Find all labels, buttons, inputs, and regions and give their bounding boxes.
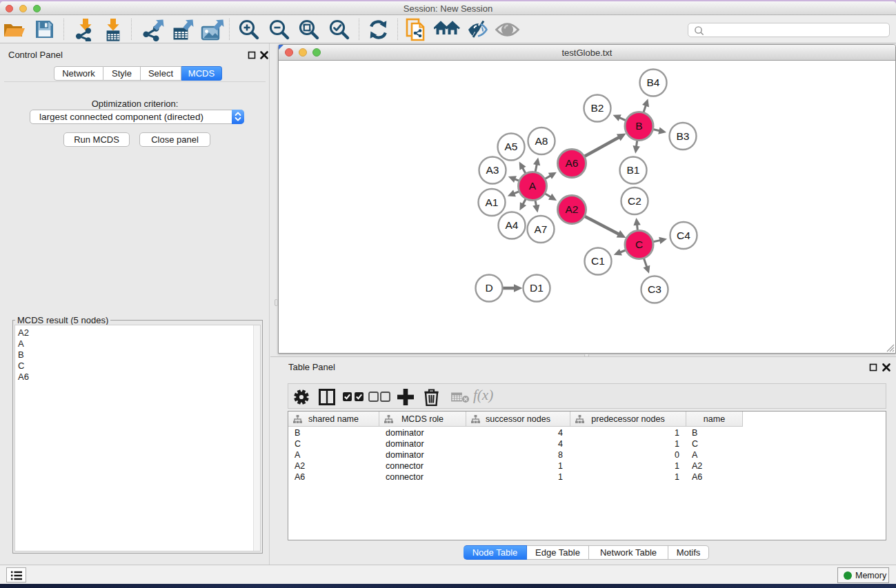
- svg-text:B1: B1: [627, 164, 640, 176]
- svg-text:B4: B4: [647, 77, 660, 88]
- svg-text:A8: A8: [535, 135, 548, 147]
- svg-text:D: D: [485, 282, 492, 294]
- svg-text:A5: A5: [505, 141, 518, 152]
- svg-text:B: B: [635, 120, 642, 132]
- svg-text:B3: B3: [677, 130, 690, 142]
- svg-text:A7: A7: [535, 223, 548, 235]
- svg-text:C: C: [635, 239, 643, 250]
- svg-text:A3: A3: [486, 164, 499, 176]
- svg-text:A: A: [529, 180, 537, 192]
- svg-text:A2: A2: [566, 203, 579, 215]
- svg-text:D1: D1: [530, 282, 544, 294]
- svg-text:A6: A6: [566, 157, 579, 169]
- svg-text:C4: C4: [677, 230, 690, 241]
- svg-text:A1: A1: [486, 196, 499, 208]
- svg-text:C1: C1: [591, 255, 605, 267]
- svg-text:B2: B2: [591, 102, 604, 114]
- svg-text:A4: A4: [506, 219, 519, 231]
- svg-text:C2: C2: [628, 195, 641, 207]
- svg-text:C3: C3: [648, 283, 661, 295]
